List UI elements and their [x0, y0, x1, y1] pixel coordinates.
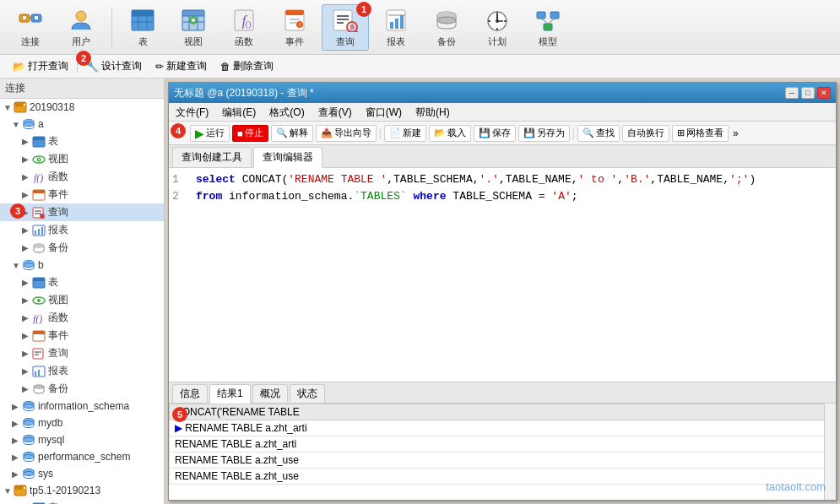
result-row-1[interactable]: RENAME TABLE a.zht_arti	[170, 420, 836, 436]
menu-file[interactable]: 文件(F)	[172, 105, 212, 119]
connect-icon	[17, 7, 44, 34]
toolbar-event[interactable]: ! 事件	[271, 4, 318, 51]
arrow-icon: ▶	[22, 172, 32, 182]
autowrap-btn[interactable]: 自动换行	[622, 125, 669, 142]
menu-help[interactable]: 帮助(H)	[412, 105, 453, 119]
save-btn[interactable]: 💾 保存	[474, 125, 516, 142]
tree-a-table[interactable]: ▶ 表	[0, 133, 164, 150]
tree-b-event[interactable]: ▶ 事件	[0, 327, 164, 344]
tree-a-func[interactable]: ▶ f() 函数	[0, 168, 164, 186]
result-row-2[interactable]: RENAME TABLE a.zht_arti	[170, 436, 836, 453]
tree-conn-tp5[interactable]: ▼ tp5.1-20190213	[0, 482, 164, 499]
close-btn[interactable]: ✕	[817, 87, 831, 99]
tree-db-a[interactable]: ▼ a	[0, 116, 164, 133]
tree-label: performance_schem	[38, 451, 130, 463]
svg-rect-80	[35, 230, 36, 235]
menu-window[interactable]: 窗口(W)	[362, 105, 405, 119]
results-table-wrap[interactable]: 5 CONCAT('RENAME TABLE RENAME TABLE a.zh…	[169, 404, 836, 500]
database-icon	[22, 433, 35, 447]
func-group-icon: f()	[32, 171, 46, 184]
tree-conn-20190318[interactable]: ▼ 20190318	[0, 99, 164, 116]
minimize-btn[interactable]: ─	[785, 87, 799, 99]
run-btn[interactable]: ▶ 运行	[190, 125, 230, 142]
tree-db-perf[interactable]: ▶ performance_schem	[0, 448, 164, 465]
tab-info[interactable]: 信息	[172, 384, 208, 403]
svg-point-62	[24, 122, 34, 127]
toolbar-report[interactable]: 报表	[372, 4, 420, 51]
arrow-icon: ▶	[22, 154, 32, 164]
toolbar-model[interactable]: 模型	[524, 4, 572, 51]
toolbar-view[interactable]: 视图	[170, 4, 217, 51]
new-btn[interactable]: 📄 新建	[384, 125, 426, 142]
tree-b-view[interactable]: ▶ 视图	[0, 291, 164, 309]
menu-view[interactable]: 查看(V)	[315, 105, 355, 119]
svg-line-55	[541, 19, 548, 24]
load-btn[interactable]: 📂 载入	[429, 125, 471, 142]
tree-a-event[interactable]: ▶ 事件	[0, 186, 164, 203]
tree-b-report[interactable]: ▶ 报表	[0, 362, 164, 380]
table-icon	[129, 7, 156, 34]
tab-query-editor[interactable]: 查询编辑器	[253, 147, 322, 168]
tree-a-report[interactable]: ▶ 报表	[0, 221, 164, 239]
menu-edit[interactable]: 编辑(E)	[219, 105, 259, 119]
find-btn[interactable]: 🔍 查找	[577, 125, 620, 142]
tree-a-backup[interactable]: ▶ 备份	[0, 239, 164, 257]
toolbar-more[interactable]: »	[733, 127, 739, 139]
save-as-btn[interactable]: 💾 另存为	[518, 125, 570, 142]
tree-db-sys[interactable]: ▶ sys	[0, 465, 164, 482]
code-editor[interactable]: 1 select CONCAT('RENAME TABLE ',TABLE_SC…	[169, 168, 836, 382]
tab-result1[interactable]: 结果1	[209, 384, 251, 404]
arrow-icon: ▶	[12, 436, 22, 445]
tree-b-table[interactable]: ▶ 表	[0, 274, 164, 291]
tree-tp5-table[interactable]: ▶ 表	[0, 499, 164, 504]
export-wizard-btn[interactable]: 📤 导出向导	[316, 125, 377, 142]
tree-a-query[interactable]: 3 ▶ 查询	[0, 203, 164, 221]
delete-query-btn[interactable]: 🗑 删除查询	[214, 57, 279, 76]
explain-btn[interactable]: 🔍 解释	[271, 125, 313, 142]
tree-a-view[interactable]: ▶ 视图	[0, 150, 164, 168]
tree-db-mydb[interactable]: ▶ mydb	[0, 415, 164, 431]
menu-format[interactable]: 格式(O)	[266, 105, 307, 119]
titlebar-buttons: ─ □ ✕	[785, 87, 831, 99]
svg-point-101	[34, 385, 44, 388]
toolbar-schedule[interactable]: 计划	[474, 4, 521, 51]
grid-view-icon: ⊞	[677, 127, 685, 138]
toolbar-backup[interactable]: 备份	[423, 4, 470, 51]
tab-query-builder[interactable]: 查询创建工具	[172, 147, 252, 167]
new-query-btn[interactable]: ✏ 新建查询	[149, 57, 213, 76]
view-icon	[180, 7, 207, 34]
tree-label: 视图	[48, 293, 68, 307]
tab-status[interactable]: 状态	[290, 384, 325, 403]
design-query-label: 设计查询	[101, 59, 142, 73]
tree-db-b[interactable]: ▼ b	[0, 257, 164, 274]
arrow-icon: ▶	[12, 402, 22, 411]
toolbar-function[interactable]: f () 函数	[220, 4, 268, 51]
scrollbar-right[interactable]	[824, 404, 836, 500]
database-icon	[22, 399, 35, 413]
tree-label: sys	[38, 468, 53, 480]
toolbar-table[interactable]: 表	[119, 4, 166, 51]
tree-db-mysql[interactable]: ▶ mysql	[0, 431, 164, 448]
tree-b-func[interactable]: ▶ f() 函数	[0, 309, 164, 327]
open-query-btn[interactable]: 📂 打开查询	[7, 57, 74, 76]
run-icon: ▶	[195, 127, 204, 140]
toolbar-user[interactable]: 用户	[57, 4, 105, 51]
maximize-btn[interactable]: □	[801, 87, 815, 99]
toolbar-query[interactable]: 1 查询	[322, 4, 369, 51]
svg-line-78	[45, 218, 46, 219]
tab-overview[interactable]: 概况	[252, 384, 288, 403]
result-row-4[interactable]: RENAME TABLE a.zht_use	[170, 469, 836, 485]
tree-b-backup[interactable]: ▶ 备份	[0, 380, 164, 398]
tree-db-info[interactable]: ▶ information_schema	[0, 398, 164, 415]
result-row-3[interactable]: RENAME TABLE a.zht_use	[170, 453, 836, 469]
grid-view-label: 网格查看	[686, 127, 723, 139]
toolbar-connect[interactable]: 连接	[7, 4, 54, 51]
tree-b-query[interactable]: ▶ 查询	[0, 344, 164, 362]
backup-icon	[32, 382, 46, 396]
design-query-btn[interactable]: 2 🔧 设计查询	[80, 57, 148, 76]
stop-btn[interactable]: ■ 停止	[232, 125, 268, 142]
tree-label: 查询	[48, 205, 68, 219]
grid-view-btn[interactable]: ⊞ 网格查看	[672, 125, 729, 142]
query-editor-toolbar: 4 ▶ 运行 ■ 停止 🔍 解释 📤 导出向导 |	[169, 122, 836, 145]
annotation-2: 2	[76, 51, 91, 66]
